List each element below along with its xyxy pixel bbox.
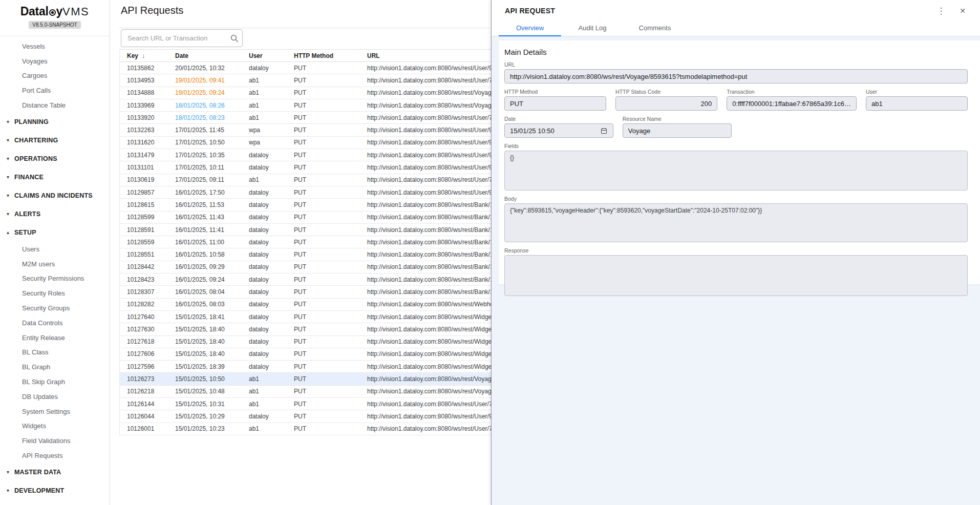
sidebar-item[interactable]: M2M users	[0, 257, 110, 271]
sidebar-item[interactable]: Vessels	[0, 39, 110, 54]
column-header-http-method[interactable]: HTTP Method	[294, 52, 367, 59]
main-details-card: Main Details URL http://vision1.dataloy.…	[499, 40, 980, 284]
response-textarea[interactable]	[504, 255, 968, 296]
http-method-label: HTTP Method	[504, 89, 606, 95]
version-badge: V8.5.0-SNAPSHOT	[29, 21, 80, 29]
column-header-user[interactable]: User	[249, 52, 294, 59]
sidebar-item[interactable]: Voyages	[0, 54, 110, 69]
cell-user: dataloy	[249, 189, 294, 196]
cell-date: 17/01/2025, 11:45	[175, 127, 249, 134]
column-header-key[interactable]: Key↓	[120, 52, 175, 59]
sidebar-item[interactable]: DB Updates	[0, 389, 110, 404]
cell-http-method: PUT	[294, 350, 367, 357]
cell-http-method: PUT	[294, 263, 367, 270]
sidebar-item[interactable]: BL Skip Graph	[0, 374, 110, 389]
resource-name-field[interactable]: Voyage	[623, 123, 732, 138]
date-value: 16/01/2025, 09:24	[175, 276, 225, 283]
fields-label: Fields	[504, 143, 968, 149]
sidebar-item[interactable]: Users	[0, 242, 110, 257]
fields-textarea[interactable]: {}	[504, 151, 968, 191]
sidebar-item-label: BL Graph	[22, 363, 50, 371]
date-value: 15/01/2025, 10:48	[175, 388, 225, 395]
sidebar-item[interactable]: System Settings	[0, 404, 110, 419]
sidebar-item[interactable]: Cargoes	[0, 69, 110, 83]
cell-http-method: PUT	[294, 425, 367, 432]
column-header-date[interactable]: Date	[175, 52, 249, 59]
cell-key: 10130619	[120, 176, 175, 183]
sidebar-item[interactable]: Data Controls	[0, 315, 110, 330]
sidebar-item[interactable]: MASTER DATA	[0, 463, 110, 481]
sidebar-item[interactable]: API Requests	[0, 448, 110, 463]
calendar-icon[interactable]	[600, 127, 608, 135]
sidebar-item-label: Users	[22, 245, 39, 253]
sidebar-item[interactable]: DEVELOPMENT	[0, 481, 110, 500]
cell-http-method: PUT	[294, 338, 367, 345]
sidebar-item-label: System Settings	[22, 408, 70, 415]
transaction-field[interactable]: 0:ffff7f000001:1ffabae7:67865a39:1c6…	[727, 96, 857, 111]
cell-key: 10127630	[120, 326, 175, 333]
date-value: 17/01/2025, 10:11	[175, 164, 224, 171]
panel-actions: ⋮ ✕	[935, 5, 969, 17]
date-value: 16/01/2025, 10:58	[175, 251, 225, 258]
sidebar-item[interactable]: Security Roles	[0, 286, 110, 301]
sidebar-item[interactable]: Port Calls	[0, 83, 110, 98]
sidebar-item-label: Data Controls	[22, 319, 62, 327]
panel-tab[interactable]: Comments	[624, 19, 686, 36]
date-value: 16/01/2025, 09:29	[175, 263, 225, 270]
sidebar-item[interactable]: BL Class	[0, 345, 110, 360]
body-textarea[interactable]: {"key":8593615,"voyageHeader":{"key":859…	[504, 203, 968, 242]
sidebar-item[interactable]: CHARTERING	[0, 131, 110, 150]
date-value: 18/01/2025, 08:26	[175, 102, 225, 109]
cell-key: 10126144	[120, 401, 175, 408]
dataloy-logo: DatalyVMS	[0, 0, 110, 18]
sidebar-item[interactable]: PLANNING	[0, 113, 110, 131]
cell-date: 20/01/2025, 10:32	[175, 65, 249, 72]
logo-suffix: VMS	[62, 5, 89, 18]
sidebar-item-label: CHARTERING	[14, 137, 58, 144]
date-value: 17/01/2025, 11:45	[175, 127, 224, 134]
cell-date: 15/01/2025, 18:39	[175, 363, 249, 370]
search-input[interactable]	[121, 34, 227, 42]
sidebar-item[interactable]: FINANCE	[0, 168, 110, 186]
sidebar-item[interactable]: CLAIMS AND INCIDENTS	[0, 186, 110, 205]
sidebar-item[interactable]: Field Validations	[0, 433, 110, 448]
cell-key: 10128423	[120, 276, 175, 283]
date-field[interactable]: 15/01/25 10:50	[504, 123, 613, 138]
user-field[interactable]: ab1	[866, 96, 968, 111]
date-value: 15/01/2025, 18:40	[175, 350, 225, 357]
sidebar-item[interactable]: Security Groups	[0, 301, 110, 315]
kebab-menu-icon[interactable]: ⋮	[935, 5, 947, 17]
date-value: 17/01/2025, 10:50	[175, 139, 225, 146]
sidebar-item[interactable]: OPERATIONS	[0, 150, 110, 168]
status-code-field[interactable]: 200	[615, 96, 717, 111]
cell-http-method: PUT	[294, 214, 367, 221]
url-field[interactable]: http://vision1.dataloy.com:8080/ws/rest/…	[504, 69, 968, 83]
sidebar-item[interactable]: Security Permissions	[0, 271, 110, 286]
cell-date: 16/01/2025, 11:43	[175, 214, 249, 221]
cell-user: dataloy	[249, 263, 294, 270]
sidebar-item-label: SETUP	[14, 229, 36, 236]
sidebar-item[interactable]: SETUP	[0, 223, 110, 242]
date-value: 15/01/2025, 10:29	[175, 413, 225, 420]
panel-tab[interactable]: Overview	[499, 19, 561, 36]
panel-tab[interactable]: Audit Log	[561, 19, 624, 36]
cell-date: 15/01/2025, 10:48	[175, 388, 249, 395]
sidebar-item[interactable]: BL Graph	[0, 360, 110, 374]
sidebar-item-label: Field Validations	[22, 437, 70, 445]
http-method-field[interactable]: PUT	[504, 96, 606, 111]
cell-date: 15/01/2025, 18:40	[175, 326, 249, 333]
sidebar-nav: Vessels Voyages Cargoes Port Calls Dista…	[0, 39, 110, 500]
search-icon[interactable]	[227, 34, 242, 43]
cell-user: ab1	[249, 77, 294, 84]
sidebar-item[interactable]: Distance Table	[0, 98, 110, 113]
sidebar-item-label: MASTER DATA	[14, 469, 61, 476]
sidebar-item[interactable]: Widgets	[0, 419, 110, 434]
sidebar-item[interactable]: Entity Release	[0, 330, 110, 345]
close-icon[interactable]: ✕	[956, 5, 969, 17]
transaction-label: Transaction	[727, 89, 857, 95]
cell-http-method: PUT	[294, 276, 367, 283]
date-label: Date	[504, 116, 613, 122]
panel-tabs: Overview Audit Log Comments	[499, 19, 686, 36]
sidebar-item[interactable]: ALERTS	[0, 205, 110, 223]
cell-http-method: PUT	[294, 114, 367, 121]
